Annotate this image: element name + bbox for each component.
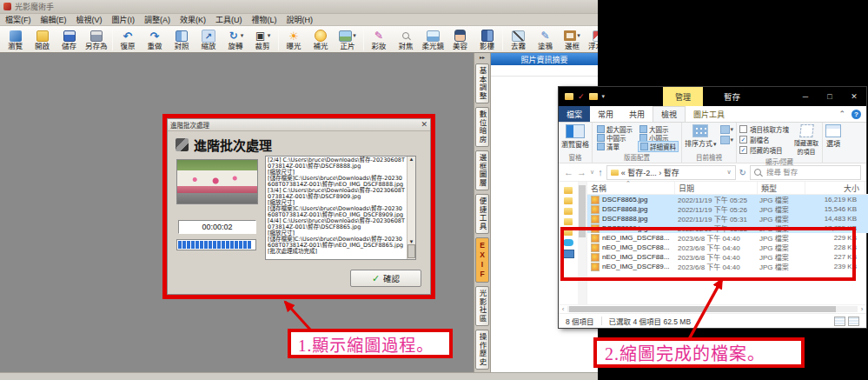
checkbox-icon[interactable]: ✓ — [739, 136, 747, 143]
file-row[interactable]: nEO_IMG_DSCF89...2023/6/8 下午 04:40JPG 檔案… — [587, 262, 868, 271]
folder-icon[interactable] — [564, 197, 573, 204]
menu-item[interactable]: 檔案(F) — [5, 14, 31, 25]
rename-check-icon[interactable]: ✓ — [578, 92, 585, 101]
file-row[interactable]: DSCF8865.jpg2022/11/19 下午 05:25JPG 檔案16,… — [587, 195, 868, 204]
back-icon[interactable]: ← — [564, 167, 573, 177]
side-tab-便捷工具[interactable]: 便捷工具 — [475, 194, 489, 234]
scrollbar-thumb[interactable] — [569, 306, 836, 312]
ribbon-tab-檢視[interactable]: 檢視 — [653, 106, 686, 122]
column-header-日期[interactable]: 日期 — [675, 182, 758, 194]
checkbox-icon[interactable] — [739, 125, 747, 133]
column-header-名稱[interactable]: 名稱 — [587, 182, 675, 194]
dropdown-icon[interactable]: ▾ — [353, 32, 356, 39]
exposure-button[interactable]: ☀曝光 — [281, 26, 308, 52]
menu-item[interactable]: 檢視(V) — [76, 14, 103, 25]
makeup-button[interactable]: ✎彩妝 — [366, 26, 393, 52]
nav-scrollbar[interactable] — [578, 182, 586, 304]
close-button[interactable]: ✕ — [842, 87, 866, 106]
ribbon-tab-檔案[interactable]: 檔案 — [559, 106, 590, 122]
details-view-icon[interactable] — [834, 317, 845, 326]
crop-button[interactable]: ▣▾裁剪 — [249, 26, 276, 52]
resize-button[interactable]: ↗縮放 — [195, 26, 222, 52]
strip-toggle-icon[interactable]: ▸▸ — [480, 54, 485, 62]
folder-icon[interactable] — [564, 229, 573, 236]
maximize-button[interactable]: □ — [818, 87, 842, 106]
menu-item[interactable]: 調整(A) — [144, 14, 170, 25]
scroll-right-icon[interactable]: › — [858, 305, 866, 313]
up-icon[interactable]: ↑ — [598, 167, 603, 177]
group-by-button[interactable]: ▾ — [720, 125, 734, 134]
help-icon[interactable]: ? — [851, 110, 861, 119]
forward-icon[interactable]: → — [577, 167, 586, 177]
doodle-button[interactable]: ✎塗鴉 — [532, 26, 559, 52]
breadcrumb[interactable]: « 暫存-2... › 暫存 ∨ — [606, 165, 736, 180]
log-scrollbar[interactable]: ▲ ▼ — [407, 157, 415, 259]
menu-item[interactable]: 編輯(E) — [41, 14, 67, 25]
file-row[interactable]: nEO_IMG_DSCF88...2023/6/8 下午 04:40JPG 檔案… — [587, 252, 868, 262]
dropdown-icon[interactable]: ▾ — [577, 32, 580, 39]
folder-icon[interactable] — [589, 93, 598, 100]
checkbox-隱藏的項目[interactable]: ✓隱藏的項目 — [739, 145, 789, 155]
folder-icon[interactable] — [564, 208, 573, 215]
file-row[interactable]: nEO_IMG_DSCF88...2023/6/8 下午 04:40JPG 檔案… — [587, 243, 868, 252]
side-tab-數位暗房[interactable]: 數位暗房 — [475, 107, 489, 147]
ribbon-tab-常用[interactable]: 常用 — [590, 106, 621, 122]
fill-light-button[interactable]: 補光 — [308, 26, 335, 52]
rotate-button[interactable]: ↻▾旋轉 — [222, 26, 249, 52]
side-tab-EXIF[interactable]: EXIF — [475, 237, 489, 283]
folder-icon[interactable] — [564, 187, 573, 194]
file-row[interactable]: nEO_IMG_DSCF88...2023/6/8 下午 04:40JPG 檔案… — [587, 233, 868, 243]
scroll-left-icon[interactable]: ‹ — [559, 305, 567, 313]
focus-button[interactable]: 對焦 — [393, 26, 420, 52]
redo-button[interactable]: ↷重做 — [142, 26, 169, 52]
compare-button[interactable]: 對照 — [169, 26, 195, 52]
dropdown-icon[interactable]: ▾ — [241, 32, 244, 39]
positive-film-button[interactable]: ▾正片 — [335, 26, 361, 52]
side-tab-基本調整[interactable]: 基本調整 — [475, 63, 489, 103]
browse-button[interactable]: 瀏覽 — [2, 26, 29, 52]
layout-option-詳細資料[interactable]: 詳細資料 — [638, 141, 679, 152]
hide-selected-button[interactable]: 隱藏選取的項目 — [793, 124, 819, 156]
menu-item[interactable]: 效果(K) — [180, 14, 206, 25]
menu-item[interactable]: 圖片(I) — [112, 14, 136, 25]
scroll-up-icon[interactable]: ▲ — [409, 157, 414, 162]
this-pc-icon[interactable] — [563, 250, 574, 258]
file-row[interactable]: DSCF8868.jpg2022/11/19 下午 05:26JPG 檔案15,… — [587, 204, 868, 214]
search-input[interactable] — [765, 167, 846, 177]
layout-option-清單[interactable]: 清單 — [595, 142, 634, 151]
dropdown-icon[interactable]: ▾ — [268, 32, 271, 39]
confirm-button[interactable]: ✓ 確認 — [350, 270, 421, 287]
recent-locations-icon[interactable]: ∨ — [590, 169, 594, 176]
search-box[interactable] — [750, 165, 861, 180]
open-folder-button[interactable]: 開啟 — [29, 26, 56, 52]
sort-by-button[interactable]: 排序方式▾ — [685, 124, 717, 148]
save-button[interactable]: 儲存 — [56, 26, 83, 52]
frame-button[interactable]: ▾邊框 — [559, 26, 586, 52]
checkbox-副檔名[interactable]: ✓副檔名 — [739, 135, 789, 144]
soft-lens-button[interactable]: 柔光鏡 — [420, 26, 447, 52]
minimize-button[interactable]: ─ — [793, 87, 818, 106]
column-header-類型[interactable]: 類型 — [758, 182, 805, 194]
beauty-button[interactable]: 美容 — [447, 26, 474, 52]
column-header-大小[interactable]: 大小 — [805, 182, 865, 194]
dialog-close-icon[interactable]: ✕ — [421, 121, 427, 129]
dehaze-button[interactable]: 去霧 — [505, 26, 532, 52]
dialog-titlebar[interactable]: 進階批次處理 ✕ — [168, 119, 430, 131]
checkbox-icon[interactable]: ✓ — [739, 146, 747, 154]
qat-dropdown-icon[interactable]: ▾ — [602, 93, 606, 100]
menu-item[interactable]: 禮物(L) — [252, 14, 277, 25]
menu-item[interactable]: 說明(H) — [287, 14, 314, 25]
save-as-button[interactable]: 另存為 — [83, 26, 110, 52]
undo-button[interactable]: ↶復原 — [115, 26, 142, 52]
folder-icon[interactable] — [564, 218, 573, 225]
side-tab-邊框圖層[interactable]: 邊框圖層 — [475, 150, 489, 190]
explorer-titlebar[interactable]: ✓ ▾ 管理 暫存 ─ □ ✕ — [559, 87, 866, 106]
folder-icon[interactable] — [565, 93, 573, 100]
onedrive-icon[interactable] — [563, 239, 573, 246]
side-tab-操作歷史[interactable]: 操作歷史 — [475, 330, 489, 370]
manage-contextual-tab[interactable]: 管理 — [663, 87, 703, 106]
horizontal-scrollbar[interactable]: ‹ › — [559, 304, 866, 313]
side-tab-光影社區[interactable]: 光影社區 — [475, 286, 489, 326]
add-columns-button[interactable]: ▾ — [720, 136, 734, 144]
file-row[interactable]: DSCF8888.jpg2022/11/19 下午 05:31JPG 檔案14,… — [587, 214, 868, 223]
